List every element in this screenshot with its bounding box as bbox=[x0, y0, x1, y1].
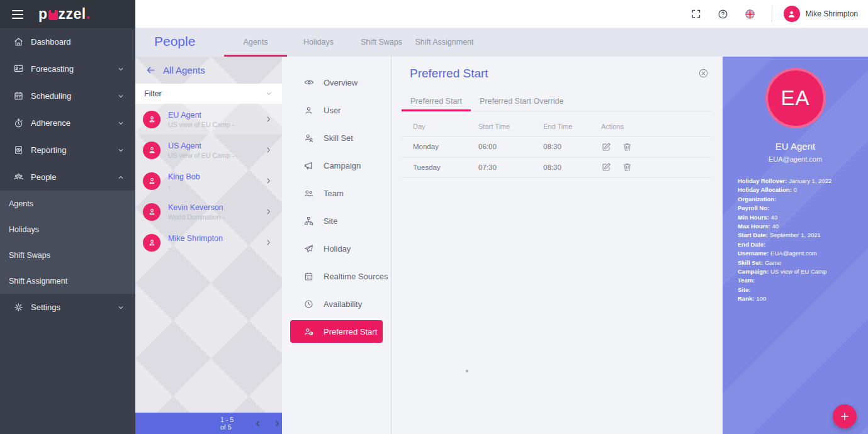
user-icon bbox=[303, 105, 314, 116]
fullscreen-icon[interactable] bbox=[691, 9, 701, 19]
hamburger-menu-icon[interactable] bbox=[12, 10, 23, 19]
edit-icon[interactable] bbox=[601, 162, 612, 172]
sidebar-item-agents[interactable]: Agents bbox=[0, 191, 135, 216]
detail-nav-skill-set[interactable]: Skill Set bbox=[282, 124, 391, 152]
chevron-down-icon bbox=[116, 65, 125, 74]
stray-mark bbox=[466, 370, 468, 372]
sidebar-item-shift-assignment[interactable]: Shift Assignment bbox=[0, 268, 135, 294]
tab-holidays[interactable]: Holidays bbox=[287, 28, 350, 57]
detail-nav-team[interactable]: Team bbox=[282, 179, 391, 207]
tab-preferred-start-override[interactable]: Preferred Start Override bbox=[471, 94, 572, 111]
detail-nav-label: Skill Set bbox=[324, 133, 353, 143]
agent-row-us-agent[interactable]: US Agent US view of EU Camp - bbox=[135, 135, 282, 165]
sidebar-item-label: Dashboard bbox=[31, 37, 125, 47]
delete-icon[interactable] bbox=[622, 162, 633, 172]
sidebar-item-forecasting[interactable]: Forecasting bbox=[0, 55, 135, 82]
tab-shift-swaps[interactable]: Shift Swaps bbox=[350, 28, 413, 57]
col-header-actions: Actions bbox=[601, 123, 711, 130]
detail-nav-label: Holiday bbox=[324, 244, 351, 253]
agent-subtitle: World Domination - bbox=[168, 213, 264, 221]
detail-nav-label: Campaign bbox=[324, 161, 361, 170]
detail-nav-label: Realtime Sources bbox=[324, 272, 388, 281]
agent-profile-panel: EA EU Agent EUA@agent.com Holiday Rollov… bbox=[723, 57, 868, 434]
forecasting-icon bbox=[13, 64, 24, 74]
agent-row-king-bob[interactable]: King Bob - bbox=[135, 165, 282, 196]
field-start-date: Start Date:September 1, 2021 bbox=[738, 231, 868, 240]
all-agents-link[interactable]: All Agents bbox=[163, 65, 205, 75]
agent-name: EU Agent bbox=[168, 111, 264, 120]
topbar: Mike Shrimpton bbox=[135, 0, 868, 28]
cell-start-time: 06:00 bbox=[478, 143, 543, 150]
add-button[interactable] bbox=[833, 404, 857, 428]
pagination-next-icon[interactable] bbox=[273, 419, 282, 428]
detail-nav-site[interactable]: Site bbox=[282, 207, 391, 235]
field-team: Team: bbox=[738, 276, 868, 285]
delete-icon[interactable] bbox=[622, 142, 633, 152]
tab-shift-assignment[interactable]: Shift Assignment bbox=[413, 28, 476, 57]
topbar-username[interactable]: Mike Shrimpton bbox=[806, 9, 858, 18]
detail-nav-user[interactable]: User bbox=[282, 96, 391, 124]
skill-set-icon bbox=[303, 133, 314, 143]
sidebar-item-settings[interactable]: Settings bbox=[0, 294, 135, 321]
clipboard-calendar-icon bbox=[303, 271, 314, 282]
main-content: Preferred Start Preferred Start Preferre… bbox=[392, 57, 723, 434]
detail-nav-realtime-sources[interactable]: Realtime Sources bbox=[282, 262, 391, 290]
profile-name: EU Agent bbox=[723, 141, 868, 152]
sidebar-item-label: Reporting bbox=[31, 145, 116, 155]
row-actions bbox=[601, 162, 711, 172]
tab-preferred-start[interactable]: Preferred Start bbox=[402, 94, 471, 111]
chevron-up-icon bbox=[116, 173, 125, 182]
agents-filter-dropdown[interactable]: Filter bbox=[135, 84, 282, 104]
agent-row-eu-agent[interactable]: EU Agent US view of EU Camp - bbox=[135, 104, 282, 135]
sidebar-item-reporting[interactable]: Reporting bbox=[0, 136, 135, 164]
language-flag-icon[interactable] bbox=[745, 9, 755, 19]
detail-nav-campaign[interactable]: Campaign bbox=[282, 152, 391, 179]
team-icon bbox=[303, 188, 314, 199]
puzzel-logo: pzzel. bbox=[38, 6, 91, 23]
table-header-row: Day Start Time End Time Actions bbox=[402, 116, 711, 136]
close-icon[interactable] bbox=[698, 68, 709, 79]
agent-row-mike-shrimpton[interactable]: Mike Shrimpton - bbox=[135, 227, 282, 258]
sidebar-item-adherence[interactable]: Adherence bbox=[0, 109, 135, 136]
field-min-hours: Min Hours:40 bbox=[738, 213, 868, 222]
sidebar-item-dashboard[interactable]: Dashboard bbox=[0, 28, 135, 55]
field-end-date: End Date: bbox=[738, 240, 868, 249]
detail-nav-preferred-start[interactable]: Preferred Start bbox=[290, 320, 383, 343]
edit-icon[interactable] bbox=[601, 142, 612, 152]
org-chart-icon bbox=[303, 216, 314, 226]
sidebar-item-holidays[interactable]: Holidays bbox=[0, 216, 135, 242]
field-campaign: Campaign:US view of EU Camp bbox=[738, 267, 868, 276]
sidebar-item-label: Forecasting bbox=[31, 64, 116, 74]
agent-subtitle: US view of EU Camp - bbox=[168, 152, 264, 159]
home-icon bbox=[13, 36, 24, 47]
agent-texts: EU Agent US view of EU Camp - bbox=[168, 111, 264, 128]
col-header-end-time: End Time bbox=[543, 123, 601, 130]
page-title: People bbox=[154, 34, 195, 49]
agent-name: Mike Shrimpton bbox=[168, 234, 264, 243]
detail-nav-label: User bbox=[324, 106, 341, 115]
agent-name: US Agent bbox=[168, 142, 264, 150]
agent-avatar-icon bbox=[143, 111, 161, 128]
detail-nav-holiday[interactable]: Holiday bbox=[282, 235, 391, 262]
field-holiday-allocation: Holiday Allocation:0 bbox=[738, 186, 868, 194]
help-icon[interactable] bbox=[718, 9, 728, 19]
col-header-day: Day bbox=[413, 123, 478, 130]
preferred-start-table: Day Start Time End Time Actions Monday 0… bbox=[402, 116, 711, 177]
profile-avatar: EA bbox=[765, 68, 826, 128]
sidebar-item-people[interactable]: People bbox=[0, 164, 135, 191]
detail-nav-overview[interactable]: Overview bbox=[282, 69, 391, 96]
pagination-prev-icon[interactable] bbox=[253, 419, 262, 428]
agent-avatar-icon bbox=[143, 203, 161, 221]
sidebar-item-scheduling[interactable]: Scheduling bbox=[0, 82, 135, 109]
detail-nav-availability[interactable]: Availability bbox=[282, 290, 391, 318]
filter-label: Filter bbox=[144, 89, 264, 98]
tab-agents[interactable]: Agents bbox=[224, 28, 287, 57]
agent-avatar-icon bbox=[143, 142, 161, 159]
sidebar-item-shift-swaps[interactable]: Shift Swaps bbox=[0, 242, 135, 268]
agent-row-kevin-keverson[interactable]: Kevin Keverson World Domination - bbox=[135, 196, 282, 227]
agent-subtitle: - bbox=[168, 182, 264, 190]
user-avatar[interactable] bbox=[784, 6, 800, 22]
back-arrow-icon[interactable] bbox=[145, 65, 156, 75]
agents-pagination: 1 - 5 of 5 bbox=[135, 413, 282, 434]
sidebar-people-submenu: Agents Holidays Shift Swaps Shift Assign… bbox=[0, 191, 135, 294]
